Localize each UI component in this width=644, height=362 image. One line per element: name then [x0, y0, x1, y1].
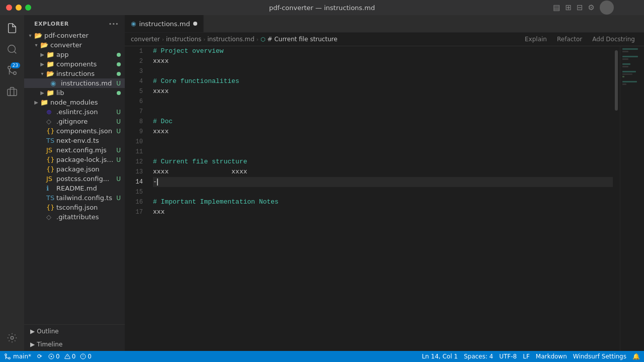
info-icon: ℹ — [46, 185, 54, 192]
breadcrumb-instructions-md[interactable]: instructions.md — [207, 36, 254, 43]
breadcrumb-section[interactable]: # Current file structure — [267, 36, 337, 43]
folder-name: node_modules — [50, 99, 125, 106]
windsurf-settings-status[interactable]: Windsurf Settings — [573, 353, 626, 360]
tree-item-readme[interactable]: ℹ README.md — [24, 184, 125, 193]
code-line-11 — [153, 147, 613, 157]
language-status[interactable]: Markdown — [536, 353, 567, 360]
folder-name: converter — [50, 41, 125, 49]
breadcrumb-instructions[interactable]: instructions — [166, 36, 201, 43]
search-icon[interactable]: ⚙ — [588, 3, 595, 12]
file-name: README.md — [56, 185, 125, 192]
tree-item-next-env[interactable]: TS next-env.d.ts — [24, 136, 125, 145]
sync-status[interactable]: ⟳ — [37, 353, 42, 360]
cursor-position-status[interactable]: Ln 14, Col 1 — [422, 353, 458, 360]
editor-content[interactable]: 1 2 3 4 5 6 7 8 9 10 11 12 13 14 15 16 1… — [125, 46, 644, 351]
add-docstring-button[interactable]: Add Docstring — [589, 35, 638, 44]
encoding-status[interactable]: UTF-8 — [499, 353, 517, 360]
maximize-button[interactable] — [25, 5, 31, 11]
chevron-icon: ▶ — [38, 61, 46, 67]
tree-item-converter[interactable]: ▾ 📂 converter — [24, 40, 125, 50]
tree-item-next-config[interactable]: JS next.config.mjs U — [24, 145, 125, 155]
activity-item-explorer[interactable] — [3, 19, 21, 37]
tree-item-eslintrc[interactable]: ⊕ .eslintrc.json U — [24, 107, 125, 117]
bell-status[interactable]: 🔔 — [632, 353, 640, 360]
code-editor[interactable]: # Project overview xxxx # Core functiona… — [149, 46, 613, 351]
svg-point-5 — [11, 336, 14, 339]
activity-item-search[interactable] — [3, 40, 21, 58]
activity-item-settings[interactable] — [3, 329, 21, 347]
breadcrumb-hash-icon: ⬡ — [261, 36, 266, 43]
tree-item-instructions-md[interactable]: ◉ instructions.md U — [24, 78, 125, 88]
file-icon-md: ◉ — [50, 79, 58, 87]
vertical-scrollbar[interactable] — [613, 46, 620, 351]
sidebar-toggle-icon[interactable]: ▤ — [553, 3, 560, 12]
tree-item-app[interactable]: ▶ 📁 app — [24, 50, 125, 59]
tree-item-package-lock[interactable]: {} package-lock.jso... U — [24, 155, 125, 164]
refactor-button[interactable]: Refactor — [554, 35, 585, 44]
git-icon: ◇ — [46, 118, 54, 125]
line-number-16: 16 — [125, 197, 143, 207]
timeline-panel[interactable]: ▶ Timeline — [24, 338, 125, 351]
avatar[interactable] — [600, 1, 614, 15]
code-line-12: # Current file structure — [153, 157, 613, 167]
minimap-line — [622, 56, 638, 57]
error-icon — [48, 353, 54, 359]
folder-name: instructions — [56, 70, 117, 77]
spaces-status[interactable]: Spaces: 4 — [464, 353, 493, 360]
js-icon: JS — [46, 146, 54, 154]
code-line-5: xxxx — [153, 86, 613, 97]
minimap-line — [622, 83, 626, 85]
tree-item-lib[interactable]: ▶ 📁 lib — [24, 88, 125, 98]
tree-item-gitignore[interactable]: ◇ .gitignore U — [24, 117, 125, 126]
tree-item-gitattributes[interactable]: ◇ .gitattributes — [24, 212, 125, 222]
customize-layout-icon[interactable]: ⊟ — [577, 3, 583, 12]
line-number-8: 8 — [125, 117, 143, 127]
git-icon: ◇ — [46, 213, 54, 221]
tree-item-postcss[interactable]: JS postcss.config... U — [24, 174, 125, 184]
layout-icon[interactable]: ⊞ — [565, 3, 572, 12]
explain-button[interactable]: Explain — [522, 35, 550, 44]
tab-label: instructions.md — [139, 20, 190, 28]
explorer-label: Explorer — [34, 21, 69, 27]
tree-item-package-json[interactable]: {} package.json — [24, 164, 125, 174]
activity-bar: 23 — [0, 15, 24, 351]
tab-modified-indicator — [193, 22, 197, 26]
minimap — [620, 46, 644, 351]
line-number-6: 6 — [125, 97, 143, 107]
tree-item-components[interactable]: ▶ 📁 components — [24, 59, 125, 69]
error-count[interactable]: 0 0 0 — [48, 353, 92, 360]
untracked-badge: U — [116, 109, 121, 116]
activity-item-source-control[interactable]: 23 — [3, 61, 21, 79]
scrollbar-thumb[interactable] — [615, 50, 618, 111]
chevron-icon: ▶ — [38, 90, 46, 96]
tree-item-node-modules[interactable]: ▶ 📁 node_modules — [24, 98, 125, 107]
sidebar-menu-icon[interactable]: ··· — [109, 19, 119, 29]
svg-rect-4 — [8, 89, 17, 96]
tree-item-instructions[interactable]: ▾ 📂 instructions — [24, 69, 125, 78]
line-number-9: 9 — [125, 127, 143, 137]
branch-status[interactable]: main* — [4, 353, 31, 360]
folder-name: app — [56, 51, 117, 58]
line-numbers: 1 2 3 4 5 6 7 8 9 10 11 12 13 14 15 16 1… — [125, 46, 149, 351]
line-ending-status[interactable]: LF — [523, 353, 530, 360]
untracked-badge: U — [116, 80, 121, 87]
minimap-line — [622, 66, 628, 67]
json-icon: {} — [46, 165, 54, 173]
minimize-button[interactable] — [16, 5, 22, 11]
modified-badge — [117, 62, 121, 66]
breadcrumb-converter[interactable]: converter — [131, 36, 160, 43]
tree-item-pdf-converter[interactable]: ▾ 📂 pdf-converter — [24, 31, 125, 40]
file-name: instructions.md — [61, 79, 116, 87]
json-icon: {} — [46, 204, 54, 211]
tree-item-components-json[interactable]: {} components.json U — [24, 126, 125, 136]
tree-item-tsconfig[interactable]: {} tsconfig.json — [24, 203, 125, 212]
svg-point-2 — [14, 72, 17, 75]
folder-name: lib — [56, 89, 117, 97]
breadcrumb-separator-3: › — [257, 37, 259, 42]
activity-item-extensions[interactable] — [3, 82, 21, 101]
tab-instructions-md[interactable]: ◉ instructions.md — [125, 15, 204, 32]
chevron-icon: ▾ — [26, 33, 34, 38]
tree-item-tailwind[interactable]: TS tailwind.config.ts U — [24, 193, 125, 203]
close-button[interactable] — [6, 5, 12, 11]
outline-panel[interactable]: ▶ Outline — [24, 325, 125, 338]
